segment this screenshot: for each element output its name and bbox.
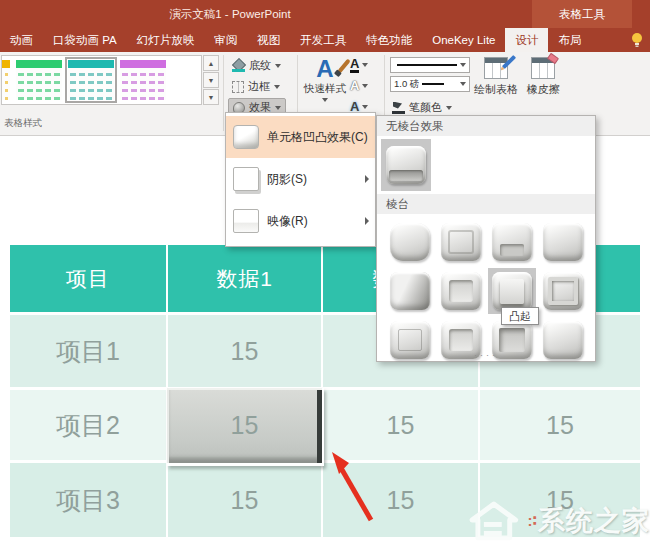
text-outline-icon: A [350, 79, 359, 93]
gallery-scroll-down-button[interactable]: ▼ [203, 72, 219, 88]
reflection-effect-icon [233, 209, 259, 233]
watermark-colon-mark: :∶ [528, 512, 537, 530]
ribbon-separator [223, 55, 224, 131]
tab-animation[interactable]: 动画 [0, 28, 43, 52]
table-style-thumbnail[interactable] [16, 60, 62, 100]
bevel-tile[interactable] [488, 219, 536, 265]
watermark-text: 系统之家 [538, 503, 650, 539]
watermark-url-strip [560, 541, 646, 548]
pen-weight-dropdown[interactable]: 1.0 磅 [390, 76, 470, 92]
bevel-none-tile-selected[interactable] [381, 139, 431, 191]
borders-grid-icon [232, 81, 244, 93]
table-cell[interactable]: 15 [323, 463, 480, 537]
bevel-submenu: 无棱台效果 棱台 凸起 ···· [376, 115, 596, 362]
tab-slideshow[interactable]: 幻灯片放映 [127, 28, 205, 52]
pen-style-dropdown[interactable] [390, 57, 470, 73]
title-bar: 演示文稿1 - PowerPoint 表格工具 [0, 0, 650, 28]
lightbulb-icon [630, 32, 644, 48]
no-bevel-section-header: 无棱台效果 [377, 116, 595, 136]
text-fill-button[interactable]: A [350, 56, 380, 74]
table-cell[interactable]: 项目3 [10, 463, 168, 537]
menu-item-shadow[interactable]: 阴影(S) [226, 158, 375, 200]
draw-table-icon [484, 57, 508, 79]
table-cell[interactable]: 15 [168, 315, 323, 390]
borders-button[interactable]: 边框 [228, 77, 284, 96]
quick-styles-button[interactable]: A 快速样式 [301, 56, 349, 102]
bevel-tile[interactable] [539, 219, 587, 265]
tab-onekey-lite[interactable]: OneKey Lite [422, 28, 505, 52]
tell-me-lightbulb-button[interactable] [624, 28, 650, 52]
effects-dropdown-menu: 单元格凹凸效果(C) 阴影(S) 映像(R) [225, 112, 376, 247]
line-weight-sample [422, 83, 444, 85]
bevel-tile[interactable] [386, 219, 434, 265]
text-fill-icon: A [350, 58, 359, 73]
tab-view[interactable]: 视图 [247, 28, 290, 52]
table-cell[interactable]: 15 [323, 390, 480, 463]
chevron-down-icon [460, 82, 466, 86]
chevron-down-icon [446, 106, 452, 110]
gallery-scroll-controls: ▲ ▼ ▼ [203, 55, 219, 105]
tab-review[interactable]: 审阅 [204, 28, 247, 52]
chevron-down-icon [275, 106, 281, 110]
bevel-tile[interactable] [386, 268, 434, 314]
pen-weight-value: 1.0 磅 [394, 78, 419, 91]
eraser-button[interactable]: 橡皮擦 [521, 57, 565, 97]
table-header-cell[interactable]: 项目 [10, 245, 168, 315]
submenu-resize-dots: ···· [377, 350, 595, 360]
chevron-down-icon [362, 63, 368, 67]
tab-developer[interactable]: 开发工具 [290, 28, 356, 52]
table-style-thumbnail[interactable] [1, 60, 10, 100]
gallery-more-button[interactable]: ▼ [203, 89, 219, 105]
menu-item-label: 单元格凹凸效果(C) [267, 129, 368, 146]
chevron-down-icon [322, 98, 328, 102]
table-style-thumbnail[interactable] [120, 60, 166, 100]
bevel-gallery-grid [383, 219, 589, 363]
tab-layout[interactable]: 布局 [548, 28, 591, 52]
draw-table-button[interactable]: 绘制表格 [472, 57, 520, 97]
table-cell[interactable]: 15 [168, 463, 323, 537]
chevron-down-icon [362, 105, 368, 109]
menu-item-label: 阴影(S) [267, 171, 307, 188]
chevron-down-icon [274, 85, 280, 89]
tab-design-selected[interactable]: 设计 [505, 28, 548, 52]
ribbon-tab-bar: 动画 口袋动画 PA 幻灯片放映 审阅 视图 开发工具 特色功能 OneKey … [0, 28, 650, 52]
shading-bucket-icon [232, 60, 245, 72]
chevron-down-icon [275, 64, 281, 68]
table-styles-gallery [1, 55, 202, 105]
table-cell[interactable]: 项目1 [10, 315, 168, 390]
bevel-tile[interactable] [437, 219, 485, 265]
bevel-tile[interactable] [539, 268, 587, 314]
gallery-scroll-up-button[interactable]: ▲ [203, 55, 219, 71]
borders-label: 边框 [248, 79, 270, 94]
table-header-cell[interactable]: 数据1 [168, 245, 323, 315]
cell-bevel-icon [233, 125, 259, 149]
shadow-effect-icon [233, 167, 259, 191]
contextual-tab-group-label: 表格工具 [532, 0, 632, 28]
menu-item-cell-bevel[interactable]: 单元格凹凸效果(C) [226, 116, 375, 158]
tab-pocket-animation[interactable]: 口袋动画 PA [43, 28, 127, 52]
bevel-tile[interactable] [437, 268, 485, 314]
chevron-down-icon [460, 63, 466, 67]
text-outline-button[interactable]: A [350, 77, 380, 95]
eraser-icon [531, 57, 555, 79]
bevel-section-header: 棱台 [377, 194, 595, 214]
shading-button[interactable]: 底纹 [228, 56, 285, 75]
table-cell[interactable]: 项目2 [10, 390, 168, 463]
submenu-arrow-icon [365, 217, 369, 225]
table-cell[interactable]: 15 [480, 390, 640, 463]
group-label-table-styles: 表格样式 [4, 117, 42, 130]
eraser-label: 橡皮擦 [527, 82, 560, 97]
menu-item-reflection[interactable]: 映像(R) [226, 200, 375, 242]
quick-styles-a-icon: A [316, 56, 333, 82]
watermark-house-icon [468, 500, 526, 542]
submenu-arrow-icon [365, 175, 369, 183]
line-style-sample [397, 64, 457, 66]
table-style-thumbnail-selected[interactable] [68, 60, 114, 100]
tooltip-raised: 凸起 [501, 307, 539, 325]
tab-special-features[interactable]: 特色功能 [356, 28, 422, 52]
window-title: 演示文稿1 - PowerPoint [100, 0, 360, 28]
table-cell-bevel-selected[interactable]: 15 [167, 388, 324, 466]
draw-table-label: 绘制表格 [474, 82, 518, 97]
chevron-down-icon [362, 84, 368, 88]
bevel-none-graphic [386, 146, 426, 184]
